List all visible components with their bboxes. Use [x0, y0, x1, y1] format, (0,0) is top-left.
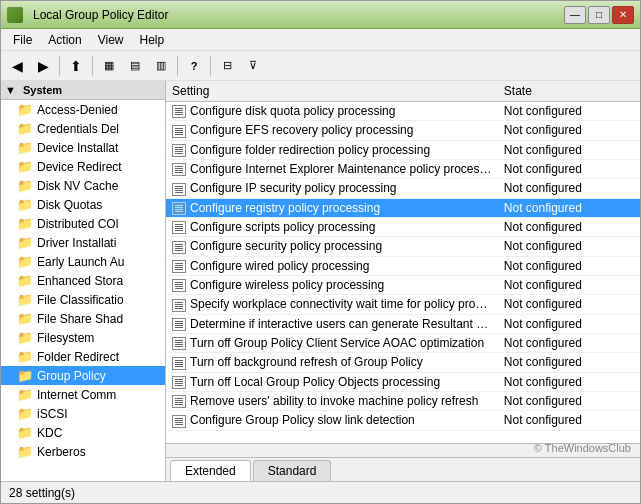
tree-item-early-launch[interactable]: 📁 Early Launch Au — [1, 252, 165, 271]
state-cell-9: Not configured — [498, 275, 640, 294]
setting-icon — [172, 395, 186, 408]
table-row[interactable]: Configure wired policy processingNot con… — [166, 256, 640, 275]
setting-text: Configure security policy processing — [190, 239, 382, 253]
table-row[interactable]: Configure IP security policy processingN… — [166, 179, 640, 198]
table-row[interactable]: Turn off Local Group Policy Objects proc… — [166, 372, 640, 391]
setting-icon — [172, 183, 186, 196]
main-content: ▼ System 📁 Access-Denied 📁 Credentials D… — [1, 81, 640, 481]
tree-item-disk-quotas[interactable]: 📁 Disk Quotas — [1, 195, 165, 214]
toolbar: ◀ ▶ ⬆ ▦ ▤ ▥ ? ⊟ ⊽ — [1, 51, 640, 81]
setting-cell-8: Configure wired policy processing — [166, 256, 498, 275]
help-button[interactable]: ? — [182, 54, 206, 78]
show-hide-button[interactable]: ▦ — [97, 54, 121, 78]
back-button[interactable]: ◀ — [5, 54, 29, 78]
tree-item-internet[interactable]: 📁 Internet Comm — [1, 385, 165, 404]
table-row[interactable]: Configure Group Policy slow link detecti… — [166, 411, 640, 430]
tree-item-label: Enhanced Stora — [37, 274, 123, 288]
col-setting[interactable]: Setting — [166, 81, 498, 102]
tab-extended[interactable]: Extended — [170, 460, 251, 481]
tree-panel[interactable]: ▼ System 📁 Access-Denied 📁 Credentials D… — [1, 81, 166, 481]
menu-bar: File Action View Help — [1, 29, 640, 51]
table-row[interactable]: Remove users' ability to invoke machine … — [166, 391, 640, 410]
setting-cell-2: Configure folder redirection policy proc… — [166, 140, 498, 159]
state-cell-10: Not configured — [498, 295, 640, 314]
setting-text: Turn off background refresh of Group Pol… — [190, 355, 423, 369]
tree-header: ▼ System — [1, 81, 165, 100]
status-bar: 28 setting(s) — [1, 481, 640, 503]
table-row[interactable]: Specify workplace connectivity wait time… — [166, 295, 640, 314]
tree-item-label: Disk NV Cache — [37, 179, 118, 193]
table-row[interactable]: Configure security policy processingNot … — [166, 237, 640, 256]
folder-icon: 📁 — [17, 216, 33, 231]
maximize-button[interactable]: □ — [588, 6, 610, 24]
table-row[interactable]: Configure disk quota policy processingNo… — [166, 102, 640, 121]
setting-cell-6: Configure scripts policy processing — [166, 217, 498, 236]
policy-table: Setting State Configure disk quota polic… — [166, 81, 640, 431]
table-row[interactable]: Configure registry policy processingNot … — [166, 198, 640, 217]
tree-item-device-install[interactable]: 📁 Device Installat — [1, 138, 165, 157]
table-row[interactable]: Configure folder redirection policy proc… — [166, 140, 640, 159]
tree-item-disk-nv[interactable]: 📁 Disk NV Cache — [1, 176, 165, 195]
close-button[interactable]: ✕ — [612, 6, 634, 24]
title-bar: Local Group Policy Editor — □ ✕ — [1, 1, 640, 29]
setting-cell-3: Configure Internet Explorer Maintenance … — [166, 159, 498, 178]
minimize-button[interactable]: — — [564, 6, 586, 24]
folder-icon: 📁 — [17, 444, 33, 459]
tree-item-kdc[interactable]: 📁 KDC — [1, 423, 165, 442]
setting-icon — [172, 202, 186, 215]
tree-item-group-policy[interactable]: 📁 Group Policy — [1, 366, 165, 385]
table-row[interactable]: Configure scripts policy processingNot c… — [166, 217, 640, 236]
settings-table[interactable]: Setting State Configure disk quota polic… — [166, 81, 640, 443]
status-text: 28 setting(s) — [9, 486, 75, 500]
setting-text: Remove users' ability to invoke machine … — [190, 394, 478, 408]
setting-icon — [172, 415, 186, 428]
tab-standard[interactable]: Standard — [253, 460, 332, 481]
setting-icon — [172, 125, 186, 138]
table-row[interactable]: Configure Internet Explorer Maintenance … — [166, 159, 640, 178]
grid-button[interactable]: ▤ — [123, 54, 147, 78]
up-button[interactable]: ⬆ — [64, 54, 88, 78]
window-title: Local Group Policy Editor — [33, 8, 168, 22]
setting-cell-11: Determine if interactive users can gener… — [166, 314, 498, 333]
menu-view[interactable]: View — [90, 31, 132, 49]
table-row[interactable]: Turn off Group Policy Client Service AOA… — [166, 333, 640, 352]
folder-icon: 📁 — [17, 235, 33, 250]
tree-item-distributed[interactable]: 📁 Distributed COl — [1, 214, 165, 233]
tree-item-device-redirect[interactable]: 📁 Device Redirect — [1, 157, 165, 176]
setting-text: Configure scripts policy processing — [190, 220, 375, 234]
table-row[interactable]: Determine if interactive users can gener… — [166, 314, 640, 333]
table-row[interactable]: Configure EFS recovery policy processing… — [166, 121, 640, 140]
tree-item-kerberos[interactable]: 📁 Kerberos — [1, 442, 165, 461]
tree-item-folder-redirect[interactable]: 📁 Folder Redirect — [1, 347, 165, 366]
setting-text: Turn off Local Group Policy Objects proc… — [190, 375, 440, 389]
tree-item-label: iSCSI — [37, 407, 68, 421]
setting-text: Determine if interactive users can gener… — [190, 317, 498, 331]
filter-button[interactable]: ⊽ — [241, 54, 265, 78]
forward-button[interactable]: ▶ — [31, 54, 55, 78]
tree-item-iscsi[interactable]: 📁 iSCSI — [1, 404, 165, 423]
menu-action[interactable]: Action — [40, 31, 89, 49]
menu-help[interactable]: Help — [132, 31, 173, 49]
col-state[interactable]: State — [498, 81, 640, 102]
state-cell-15: Not configured — [498, 391, 640, 410]
tree-item-label: Device Installat — [37, 141, 118, 155]
tree-item-enhanced[interactable]: 📁 Enhanced Stora — [1, 271, 165, 290]
tree-item-credentials[interactable]: 📁 Credentials Del — [1, 119, 165, 138]
tree-item-file-class[interactable]: 📁 File Classificatio — [1, 290, 165, 309]
menu-file[interactable]: File — [5, 31, 40, 49]
properties-button[interactable]: ⊟ — [215, 54, 239, 78]
table-row[interactable]: Configure wireless policy processingNot … — [166, 275, 640, 294]
tree-item-access-denied[interactable]: 📁 Access-Denied — [1, 100, 165, 119]
tree-item-label: KDC — [37, 426, 62, 440]
tree-item-file-share[interactable]: 📁 File Share Shad — [1, 309, 165, 328]
folder-icon: 📁 — [17, 425, 33, 440]
setting-icon — [172, 105, 186, 118]
setting-icon — [172, 337, 186, 350]
export-button[interactable]: ▥ — [149, 54, 173, 78]
folder-icon: 📁 — [17, 368, 33, 383]
setting-cell-7: Configure security policy processing — [166, 237, 498, 256]
tree-item-filesystem[interactable]: 📁 Filesystem — [1, 328, 165, 347]
table-row[interactable]: Turn off background refresh of Group Pol… — [166, 353, 640, 372]
folder-icon: 📁 — [17, 387, 33, 402]
tree-item-driver[interactable]: 📁 Driver Installati — [1, 233, 165, 252]
